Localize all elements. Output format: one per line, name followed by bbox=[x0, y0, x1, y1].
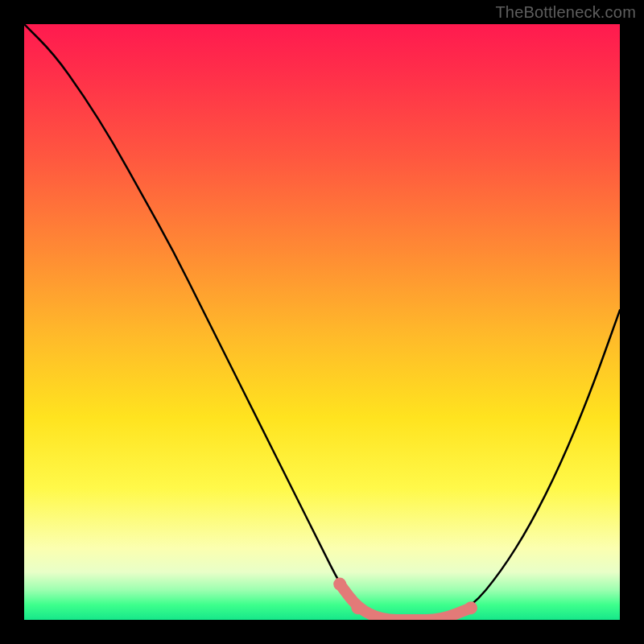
chart-frame: TheBottleneck.com bbox=[0, 0, 644, 644]
svg-point-3 bbox=[464, 601, 477, 614]
watermark-text: TheBottleneck.com bbox=[495, 3, 636, 22]
svg-point-0 bbox=[333, 578, 346, 591]
plot-area bbox=[24, 24, 620, 620]
svg-point-1 bbox=[351, 601, 364, 614]
curve-layer bbox=[24, 24, 620, 620]
bottleneck-curve bbox=[24, 24, 620, 620]
